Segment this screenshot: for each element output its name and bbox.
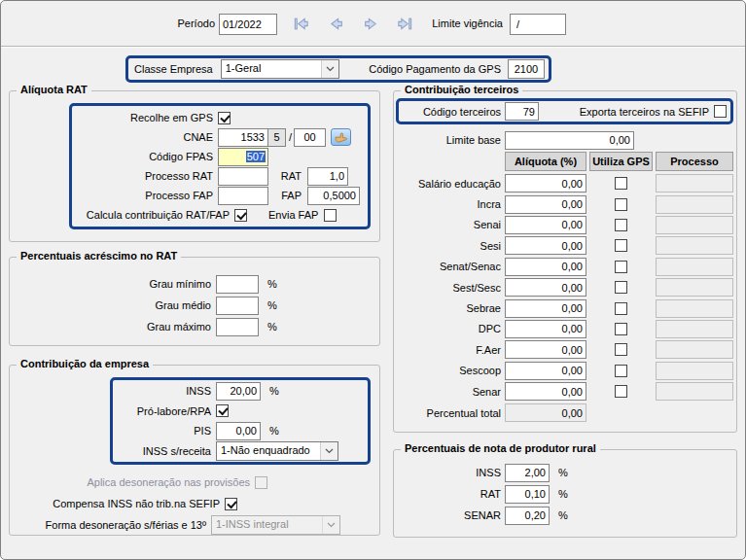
first-record-button[interactable] bbox=[292, 16, 309, 33]
codigo-fpas-label: Código FPAS bbox=[76, 151, 218, 162]
terceiros-aliquota-input[interactable] bbox=[505, 340, 586, 359]
terceiros-aliquota-input[interactable] bbox=[505, 299, 586, 318]
terceiros-aliquota-input[interactable] bbox=[505, 362, 586, 380]
pointing-hand-icon bbox=[335, 132, 347, 143]
cnae-input[interactable] bbox=[218, 128, 268, 147]
terceiros-utiliza-gps-checkbox[interactable] bbox=[615, 239, 627, 252]
codigo-terceiros-highlight: Código terceiros Exporta terceiros na SE… bbox=[396, 98, 733, 124]
aplica-desoneracao-row: Aplica desoneração nas provisões bbox=[10, 472, 379, 492]
grau-medio-input[interactable] bbox=[216, 297, 259, 315]
next-record-button[interactable] bbox=[362, 16, 379, 33]
grau-minimo-input[interactable] bbox=[216, 275, 259, 294]
codigo-terceiros-input[interactable] bbox=[505, 102, 539, 121]
terceiros-utiliza-gps-checkbox[interactable] bbox=[615, 281, 627, 294]
terceiros-utiliza-gps-cell bbox=[589, 219, 653, 231]
compensa-inss-checkbox[interactable] bbox=[225, 498, 237, 510]
inss-s-receita-select[interactable]: 1-Não enquadrado bbox=[216, 441, 338, 461]
pis-input[interactable] bbox=[216, 422, 261, 440]
rural-senar-input[interactable] bbox=[505, 507, 550, 525]
percentual-total-row: Percentual total bbox=[394, 402, 736, 423]
chevron-down-icon bbox=[322, 516, 339, 534]
limite-base-row: Limite base bbox=[394, 130, 736, 150]
exporta-terceiros-checkbox[interactable] bbox=[714, 105, 727, 118]
pis-label: PIS bbox=[117, 425, 216, 437]
fap-input[interactable] bbox=[307, 187, 360, 205]
terceiros-aliquota-input[interactable] bbox=[505, 174, 586, 192]
terceiros-utiliza-gps-checkbox[interactable] bbox=[615, 219, 627, 231]
terceiros-utiliza-gps-cell bbox=[589, 198, 653, 211]
group-contribuicao-terceiros-title: Contribuição terceiros bbox=[401, 84, 522, 95]
envia-fap-checkbox[interactable] bbox=[324, 209, 337, 222]
cnae-digit-input[interactable] bbox=[267, 128, 286, 147]
processo-fap-label: Processo FAP bbox=[76, 190, 218, 201]
table-row: DPC bbox=[394, 319, 736, 339]
terceiros-aliquota-input[interactable] bbox=[505, 216, 586, 234]
group-produtor-rural-title: Percentuais de nota de produtor rural bbox=[401, 442, 600, 454]
table-row: Salário educação bbox=[394, 173, 736, 193]
terceiros-utiliza-gps-cell bbox=[589, 365, 653, 377]
terceiros-aliquota-input[interactable] bbox=[505, 382, 586, 401]
recolhe-em-gps-label: Recolhe em GPS bbox=[76, 112, 218, 123]
terceiros-utiliza-gps-checkbox[interactable] bbox=[615, 198, 627, 211]
last-record-button[interactable] bbox=[396, 16, 413, 33]
terceiros-processo-input bbox=[656, 236, 733, 255]
terceiros-row-label: Sest/Sesc bbox=[394, 282, 505, 294]
table-row: Sebrae bbox=[394, 298, 736, 318]
limite-vigencia-input[interactable] bbox=[510, 14, 566, 35]
terceiros-processo-input bbox=[656, 258, 733, 276]
terceiros-processo-input bbox=[656, 362, 733, 380]
terceiros-utiliza-gps-cell bbox=[589, 261, 653, 273]
codigo-fpas-input[interactable]: 507 bbox=[218, 148, 268, 166]
recolhe-em-gps-checkbox[interactable] bbox=[218, 112, 231, 124]
previous-record-button[interactable] bbox=[327, 16, 344, 33]
pro-labore-checkbox[interactable] bbox=[216, 404, 229, 417]
aplica-desoneracao-label: Aplica desoneração nas provisões bbox=[10, 476, 255, 488]
limite-base-input[interactable] bbox=[505, 131, 634, 150]
terceiros-aliquota-input[interactable] bbox=[505, 236, 586, 255]
processo-rat-input[interactable] bbox=[218, 167, 268, 186]
terceiros-aliquota-input[interactable] bbox=[505, 320, 586, 338]
terceiros-utiliza-gps-checkbox[interactable] bbox=[615, 385, 627, 398]
classe-empresa-select[interactable]: 1-Geral bbox=[221, 59, 339, 79]
terceiros-processo-input bbox=[656, 340, 733, 359]
percentual-total-input bbox=[505, 403, 586, 422]
periodo-input[interactable] bbox=[219, 14, 277, 35]
inss-percent: % bbox=[269, 385, 279, 397]
forma-desoneracao-row: Forma desoneração s/férias e 13º 1-INSS … bbox=[10, 515, 379, 535]
terceiros-row-label: Senar bbox=[394, 386, 505, 398]
terceiros-utiliza-gps-checkbox[interactable] bbox=[615, 365, 627, 377]
last-record-icon bbox=[397, 16, 413, 32]
codigo-pagamento-gps-input[interactable] bbox=[508, 59, 545, 79]
terceiros-row-label: Senat/Senac bbox=[394, 261, 505, 272]
first-record-icon bbox=[293, 16, 309, 32]
chevron-down-icon bbox=[321, 60, 338, 78]
rural-senar-percent: % bbox=[558, 509, 568, 521]
inss-input[interactable] bbox=[216, 382, 261, 401]
processo-rat-label: Processo RAT bbox=[76, 170, 218, 182]
rural-rat-input[interactable] bbox=[505, 485, 550, 504]
terceiros-processo-input bbox=[656, 216, 733, 234]
terceiros-aliquota-input[interactable] bbox=[505, 258, 586, 276]
terceiros-utiliza-gps-checkbox[interactable] bbox=[615, 343, 627, 356]
calcula-contribuicao-checkbox[interactable] bbox=[234, 209, 247, 222]
terceiros-aliquota-input[interactable] bbox=[505, 195, 586, 214]
header-processo: Processo bbox=[656, 152, 733, 171]
rural-inss-input[interactable] bbox=[505, 464, 550, 482]
terceiros-utiliza-gps-cell bbox=[589, 323, 653, 335]
periodo-label: Período bbox=[147, 18, 215, 29]
terceiros-utiliza-gps-checkbox[interactable] bbox=[615, 261, 627, 273]
terceiros-utiliza-gps-checkbox[interactable] bbox=[615, 323, 627, 335]
rat-input[interactable] bbox=[307, 167, 348, 186]
terceiros-rows: Salário educação Incra Senai Sesi Senat/… bbox=[394, 173, 736, 402]
terceiros-row-label: Salário educação bbox=[394, 178, 505, 190]
cnae-lookup-button[interactable] bbox=[331, 128, 351, 146]
terceiros-utiliza-gps-checkbox[interactable] bbox=[615, 177, 627, 190]
processo-fap-input[interactable] bbox=[218, 187, 268, 205]
terceiros-aliquota-input[interactable] bbox=[505, 278, 586, 297]
terceiros-row-label: Sesi bbox=[394, 240, 505, 252]
grau-maximo-input[interactable] bbox=[216, 318, 259, 336]
cnae-suffix-input[interactable] bbox=[294, 128, 326, 147]
classe-empresa-highlight: Classe Empresa 1-Geral Código Pagamento … bbox=[125, 55, 551, 83]
terceiros-utiliza-gps-cell bbox=[589, 239, 653, 252]
terceiros-utiliza-gps-checkbox[interactable] bbox=[615, 302, 627, 315]
